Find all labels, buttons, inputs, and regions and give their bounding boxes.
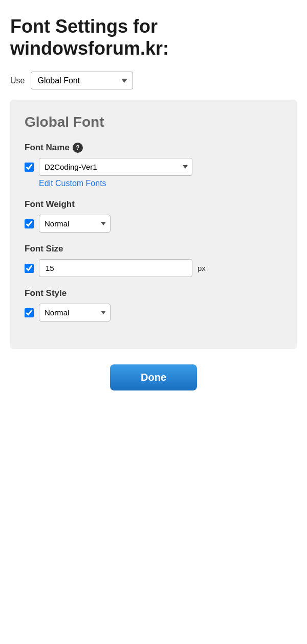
font-size-control-row: px [25,259,282,277]
font-size-section: Font Size px [25,244,282,277]
use-row: Use Global Font Custom Font [10,72,297,89]
font-name-checkbox[interactable] [25,163,34,172]
global-font-select[interactable]: Global Font Custom Font [31,72,133,89]
font-name-section: Font Name ? D2Coding-Ver1 Arial Times Ne… [25,143,282,188]
done-button-row: Done [10,364,297,390]
font-size-checkbox[interactable] [25,264,34,273]
font-style-select[interactable]: Normal Italic Oblique [39,304,111,321]
global-font-panel: Global Font Font Name ? D2Coding-Ver1 Ar… [10,100,297,349]
font-name-help-icon[interactable]: ? [73,143,83,153]
font-style-control-row: Normal Italic Oblique [25,304,282,321]
font-size-input[interactable] [39,259,192,277]
font-weight-label: Font Weight [25,199,282,210]
font-weight-select[interactable]: Normal Bold Lighter Bolder [39,215,111,233]
page-title: Font Settings for windowsforum.kr: [10,15,297,59]
edit-custom-fonts-link[interactable]: Edit Custom Fonts [39,179,106,188]
font-style-label: Font Style [25,288,282,298]
font-name-label: Font Name ? [25,143,282,153]
use-label: Use [10,76,25,85]
done-button[interactable]: Done [110,364,197,390]
font-weight-control-row: Normal Bold Lighter Bolder [25,215,282,233]
font-style-section: Font Style Normal Italic Oblique [25,288,282,321]
font-weight-checkbox[interactable] [25,219,34,228]
panel-title: Global Font [25,114,282,130]
px-label: px [198,264,206,272]
font-weight-section: Font Weight Normal Bold Lighter Bolder [25,199,282,233]
font-name-select[interactable]: D2Coding-Ver1 Arial Times New Roman [39,158,192,176]
font-name-control-row: D2Coding-Ver1 Arial Times New Roman [25,158,282,176]
font-style-checkbox[interactable] [25,308,34,317]
font-size-label: Font Size [25,244,282,254]
